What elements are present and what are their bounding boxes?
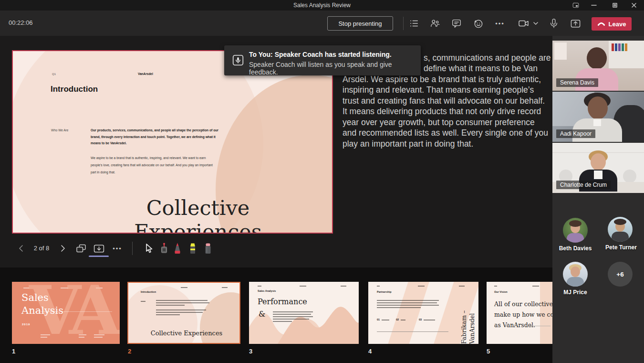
person-head [587,47,607,69]
video-tile-serena[interactable]: Serena Davis [552,41,644,91]
pen-tool-icon[interactable] [169,240,186,256]
toast-body: Speaker Coach will listen as you speak a… [249,61,421,76]
meeting-toolbar: 00:22:06 Stop presenting ••• Leave [0,11,644,36]
book [618,43,621,51]
text-line-placeholder [424,320,435,320]
text-line-placeholder [258,286,261,287]
text-line-placeholder [377,302,437,303]
participants-icon[interactable] [426,15,444,32]
text-line-placeholder [94,337,103,338]
thumbnail-number-3: 3 [249,348,252,355]
participant-name-label: Aadi Kapoor [556,129,595,138]
text-line-placeholder [156,305,185,306]
microphone-icon[interactable] [545,15,562,32]
title-bar: Sales Analysis Review [0,0,644,11]
slide-brand: VanArsdel [138,72,153,75]
reactions-icon[interactable] [469,15,487,32]
person-head [571,267,580,277]
slide-paragraph-1: Our products, services, communications, … [91,127,221,147]
previous-slide-icon[interactable] [13,240,30,256]
thumbnail-number-1: 1 [12,348,15,355]
text-line-placeholder [79,334,86,335]
text-line-placeholder [156,310,206,310]
avatar-pete[interactable] [608,217,633,242]
slide-thumbnail-4[interactable]: Partnership 01 02 03 Fabrikam – VanArsde… [368,282,478,344]
stop-presenting-button[interactable]: Stop presenting [327,16,393,31]
slide-thumbnail-5[interactable]: Our Vision All of our collective make up… [487,282,552,344]
text-line-placeholder [273,311,313,312]
camera-dropdown-chevron-icon[interactable] [530,15,541,32]
thumbnail-number-4: 4 [368,348,372,355]
text-line-placeholder [181,287,187,288]
text-line-placeholder [156,302,209,303]
leave-label: Leave [609,21,626,28]
presenter-view-active-indicator [89,256,109,257]
speaker-coach-toast[interactable]: To You: Speaker Coach has started listen… [224,45,421,75]
video-tile-aadi[interactable]: Aadi Kapoor [552,92,644,142]
chat-icon[interactable] [448,15,465,32]
text-line-placeholder [377,305,439,306]
thumb4-item-2: 02 [396,318,399,321]
more-options-icon[interactable]: ••• [491,15,509,32]
thumb3-title: Performance [258,297,307,306]
thumb2-heading: Introduction [141,290,156,293]
person-collar [593,119,601,126]
slide-side-label: Who We Are [51,128,68,132]
notes-line: trust and creating fans that will advoca… [343,96,545,106]
text-line-placeholder [273,319,309,320]
notes-line: and recommended lists as well. Every sin… [343,128,548,138]
avatar-beth[interactable] [563,218,588,243]
current-slide[interactable]: Q1 VanArsdel Introduction Who We Are Our… [12,50,333,234]
next-slide-icon[interactable] [54,240,71,256]
highlighter-tool-icon[interactable] [185,240,201,256]
close-button[interactable] [627,0,641,11]
pop-out-icon[interactable] [569,0,583,11]
person-torso [567,277,584,287]
book [625,43,627,51]
avatar-name-label: Beth Davies [552,245,598,252]
text-line-placeholder [141,301,145,302]
thumb4-item-1: 01 [377,318,380,321]
maximize-button[interactable] [608,0,622,11]
slide-grid-icon[interactable] [73,240,89,256]
eraser-tool-icon[interactable] [200,240,216,256]
avatar-name-label: MJ Price [552,289,598,296]
slide-thumbnail-3[interactable]: Sales Analysis Performance & [249,282,359,344]
avatar-mj[interactable] [563,262,588,287]
video-tile-charlotte[interactable]: Charlotte de Crum [552,143,644,193]
thumb4-item-3: 03 [419,318,422,321]
thumb1-title: Sales Analysis [21,291,63,317]
camera-icon[interactable] [515,15,532,32]
text-line-placeholder [273,314,311,315]
thumb3-header: Sales Analysis [258,289,276,292]
text-line-placeholder [23,288,29,288]
notes-line: s, communications and people are [424,53,551,63]
slide-more-options-icon[interactable]: ••• [109,240,125,256]
thumbnail-number-2: 2 [128,348,131,355]
cursor-tool-icon[interactable] [140,240,156,256]
notes-line: play an important part in doing that. [343,139,473,149]
slide-thumbnail-1[interactable]: VA Sales Analysis 2019 [12,282,120,344]
person-head [591,153,606,171]
presenter-view-icon[interactable] [91,240,107,256]
text-line-placeholder [494,286,497,287]
participant-name-label: Serena Davis [556,78,598,87]
text-line-placeholder [156,312,203,313]
text-line-placeholder [156,300,208,301]
text-line-placeholder [532,286,539,287]
overflow-participants-badge[interactable]: +6 [608,262,633,287]
minimize-button[interactable] [587,0,601,11]
thumb-divider-line [377,331,448,332]
avatar-name-label: Pete Turner [598,244,644,251]
meeting-notes-icon[interactable] [405,15,423,32]
slide-position: 2 of 8 [29,245,54,252]
share-screen-icon[interactable] [567,15,584,32]
leave-button[interactable]: Leave [592,17,632,31]
slide-thumbnail-2-current[interactable]: Introduction Collective Experiences [127,282,240,344]
notes-line: It means delivering products that not on… [343,107,541,117]
text-line-placeholder [382,320,389,320]
thumb3-ampersand: & [259,310,265,319]
text-line-placeholder [273,316,313,317]
slide-paragraph-2: We aspire to be a brand that is authenti… [91,154,217,176]
person-hair [569,220,582,227]
